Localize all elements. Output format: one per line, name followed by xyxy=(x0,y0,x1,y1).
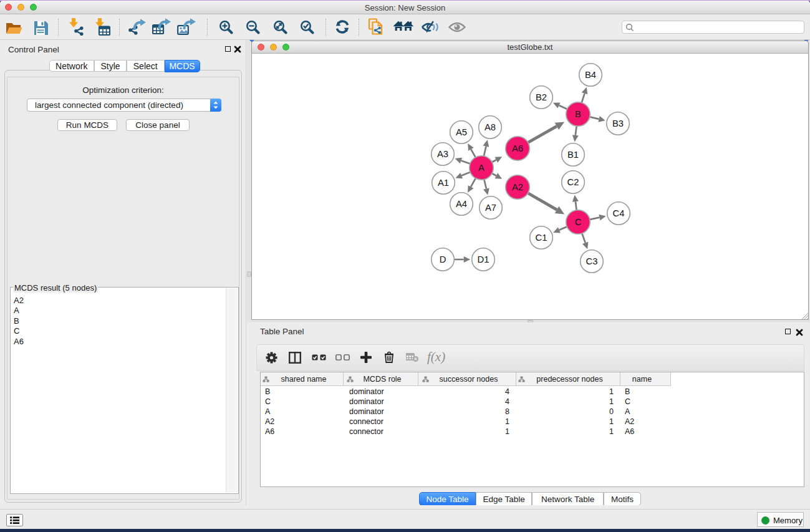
svg-text:A6: A6 xyxy=(512,143,523,153)
svg-text:A2: A2 xyxy=(512,182,523,192)
svg-text:C1: C1 xyxy=(536,233,547,243)
svg-text:C: C xyxy=(575,217,582,227)
svg-text:B4: B4 xyxy=(585,70,596,80)
svg-text:A7: A7 xyxy=(485,203,496,213)
svg-text:C4: C4 xyxy=(613,208,625,218)
svg-text:B3: B3 xyxy=(612,118,624,128)
svg-text:A3: A3 xyxy=(437,149,448,159)
svg-text:A5: A5 xyxy=(456,127,467,137)
svg-text:C2: C2 xyxy=(567,177,579,187)
svg-text:B: B xyxy=(575,109,581,119)
svg-text:B2: B2 xyxy=(536,92,547,102)
svg-text:D1: D1 xyxy=(478,254,489,264)
svg-text:C3: C3 xyxy=(586,256,598,266)
svg-text:A8: A8 xyxy=(485,122,496,132)
svg-text:A4: A4 xyxy=(456,199,467,209)
svg-text:D: D xyxy=(440,254,446,264)
svg-text:B1: B1 xyxy=(567,150,579,160)
svg-text:A: A xyxy=(478,163,485,173)
svg-text:A1: A1 xyxy=(438,178,449,188)
